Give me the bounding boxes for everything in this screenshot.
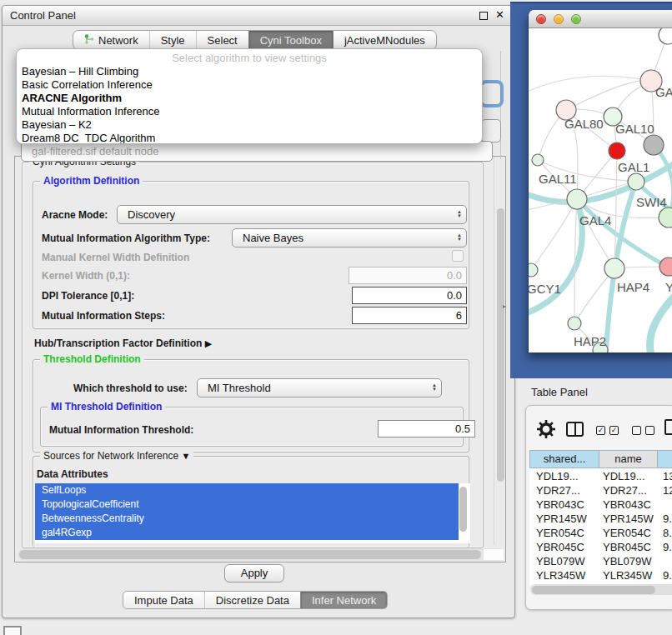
tab-label: Cyni Toolbox [260,34,322,47]
horizontal-scroll-thumb[interactable] [19,550,481,559]
manual-kernel-checkbox[interactable] [452,250,464,262]
focused-combobox-fragment[interactable] [482,82,501,105]
settings-horizontal-scrollbar[interactable] [18,548,504,561]
algorithm-option-bayesian-k2[interactable]: Bayesian – K2 [17,118,482,132]
table-header-row: shared...name [529,450,672,468]
algorithm-option-mutual-information-inference[interactable]: Mutual Information Inference [17,105,482,118]
manual-kernel-label: Manual Kernel Width Definition [42,252,189,263]
cyni-bottom-tabbar: Impute DataDiscretize DataInfer Network [123,591,388,609]
stepper-icon: ▲▼ [432,380,437,392]
network-node[interactable] [659,208,672,228]
tab-infer-network[interactable]: Infer Network [300,592,387,608]
expanded-arrow-icon[interactable]: ▼ [181,451,190,461]
float-panel-icon[interactable] [479,12,488,20]
table-row[interactable]: YER054CYER054C8. [529,526,672,540]
table-row[interactable]: YLR345WYLR345W9. [529,568,672,582]
network-node[interactable] [644,135,664,155]
control-panel-title: Control Panel [10,9,76,22]
hub-definition-expander[interactable]: Hub/Transcription Factor Definition ▶ [34,338,212,349]
deselect-all-checkboxes-icon[interactable] [632,426,654,435]
panel-edge [500,51,501,159]
network-window-titlebar[interactable] [529,10,672,28]
table-scroll-thumb[interactable] [532,586,655,594]
tab-network[interactable]: Network [73,31,149,49]
minimize-traffic-light[interactable] [554,14,564,24]
panel-divider-handle[interactable]: ▸ [503,302,506,310]
control-panel-titlebar[interactable]: Control Panel ✕ [3,6,514,26]
close-icon[interactable]: ✕ [495,8,504,21]
mi-steps-field[interactable] [352,307,467,324]
close-traffic-light[interactable] [536,14,546,24]
network-node[interactable] [659,258,672,276]
kernel-width-label: Kernel Width (0,1): [42,270,130,282]
cell-shared-name: YDR27... [529,483,599,498]
attribute-item-betweennesscentrality[interactable]: BetweennessCentrality [35,512,459,526]
table-row[interactable]: YDL19...YDL19...13 [529,469,672,483]
node-label-gcy1: GCY1 [529,282,561,296]
table-body: YDL19...YDL19...13YDR27...YDR27...12YBR0… [529,469,672,597]
column-header-shared...[interactable]: shared... [529,450,599,468]
mi-type-value: Naive Bayes [243,232,303,244]
network-node[interactable] [604,258,624,278]
attributes-list-scrollbar[interactable] [459,487,467,532]
zoom-traffic-light[interactable] [571,14,581,24]
gear-icon[interactable] [537,420,555,438]
algorithm-option-bayesian-hill-climbing[interactable]: Bayesian – Hill Climbing [17,65,482,78]
cell-shared-name: YLR345W [529,568,599,582]
tab-cyni-toolbox[interactable]: Cyni Toolbox [248,31,333,49]
tab-discretize-data[interactable]: Discretize Data [204,592,300,608]
apply-button[interactable]: Apply [224,564,284,582]
tab-style[interactable]: Style [149,31,196,49]
settings-vertical-scrollbar[interactable] [497,208,504,482]
algorithm-option-basic-correlation-inference[interactable]: Basic Correlation Inference [17,78,482,92]
table-row[interactable]: YBR043CYBR043C [529,498,672,512]
tab-jactivemnodules[interactable]: jActiveMNodules [333,31,436,49]
cell-shared-name: YBR045C [529,540,599,554]
which-threshold-select[interactable]: MI Threshold ▲▼ [197,378,442,398]
network-node[interactable] [567,189,587,209]
tab-label: Style [161,34,185,47]
network-node[interactable] [609,142,625,159]
table-row[interactable]: YBR045CYBR045C9. [529,540,672,554]
mi-threshold-field[interactable] [378,420,475,438]
network-node[interactable] [628,173,644,190]
node-label-swi4: SWI4 [636,195,667,209]
table-row[interactable]: YPR145WYPR145W9. [529,512,672,526]
attribute-item-topologicalcoefficient[interactable]: TopologicalCoefficient [35,498,459,512]
column-header-name[interactable]: name [599,450,658,468]
select-all-checkboxes-icon[interactable]: ✓ ✓ [596,426,619,435]
table-row[interactable]: YBL079WYBL079W [529,554,672,568]
network-node[interactable] [532,154,544,166]
network-node[interactable] [529,263,538,277]
threshold-definition-group: Threshold Definition Which threshold to … [33,359,469,452]
aracne-mode-select[interactable]: Discovery ▲▼ [117,205,467,224]
sources-group: Sources for Network Inference ▼ Data Att… [33,456,469,548]
mi-algorithm-type-select[interactable]: Naive Bayes ▲▼ [232,228,467,248]
tab-impute-data[interactable]: Impute Data [123,592,204,608]
kernel-width-field[interactable] [349,267,467,284]
network-graph: GALGAL80GAL10GAL1GAL11SWI4GAL4GCY1HAP4YH… [529,28,672,352]
tab-label: Network [98,34,138,47]
unchecked-box-icon [645,426,654,435]
cell-shared-name: YER054C [529,526,599,540]
cell-value: 9. [658,512,672,526]
attribute-item-gal4rgexp[interactable]: gal4RGexp [35,526,459,540]
network-node[interactable] [568,317,581,330]
combobox-fragment[interactable] [481,119,501,142]
network-canvas[interactable]: GALGAL80GAL10GAL1GAL11SWI4GAL4GCY1HAP4YH… [529,28,672,352]
column-header-clipped[interactable] [658,450,672,468]
file-icon[interactable] [664,419,672,435]
algorithm-option-aracne-algorithm[interactable]: ARACNE Algorithm [17,92,482,105]
table-horizontal-scrollbar[interactable] [530,584,672,595]
dpi-tolerance-field[interactable] [352,287,467,304]
cell-shared-name: YDL19... [529,469,599,483]
sources-title-text: Sources for Network Inference [43,450,178,462]
tab-select[interactable]: Select [196,31,248,49]
table-row[interactable]: YDR27...YDR27...12 [529,483,672,498]
minimized-panel-icon[interactable] [3,626,22,635]
network-node[interactable] [659,28,672,44]
attribute-item-selfloops[interactable]: SelfLoops [35,483,459,498]
column-layout-icon[interactable] [566,422,584,437]
algorithm-option-dream8-dc-tdc-algorithm[interactable]: Dream8 DC_TDC Algorithm [17,132,482,144]
network-nodes[interactable] [529,28,672,352]
